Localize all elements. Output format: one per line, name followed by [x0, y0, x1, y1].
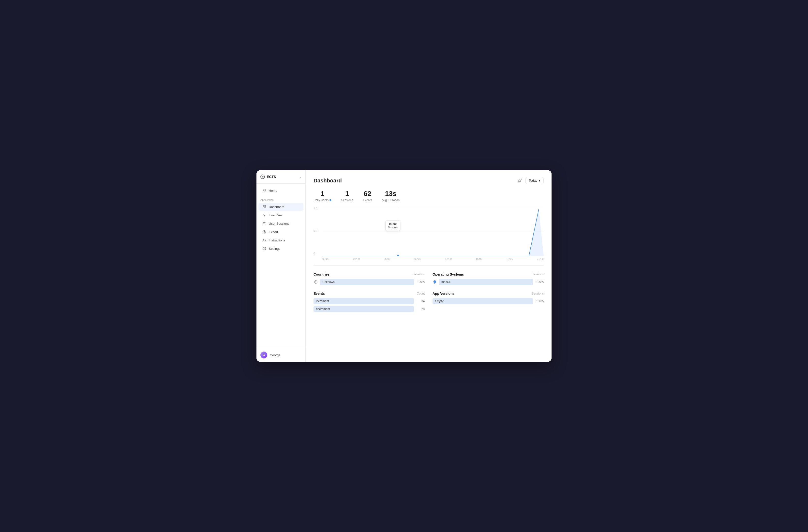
rocket-icon[interactable] — [516, 177, 523, 184]
sidebar-item-export[interactable]: Export — [258, 228, 304, 236]
date-filter[interactable]: Today ▾ — [526, 177, 544, 184]
sidebar-item-settings[interactable]: Settings — [258, 245, 304, 253]
countries-bar-0: Unknown — [320, 279, 414, 285]
sidebar-item-live-view[interactable]: Live View — [258, 211, 304, 219]
sidebar-item-dashboard[interactable]: Dashboard — [258, 203, 304, 211]
countries-title: Countries — [313, 272, 330, 276]
os-header: Operating Systems Sessions — [433, 272, 544, 276]
sidebar-item-settings-label: Settings — [269, 247, 280, 251]
unknown-country-icon — [313, 280, 318, 284]
sidebar-footer: G George — [256, 348, 306, 362]
countries-row-0: Unknown 100% — [313, 279, 425, 285]
stat-sessions-value: 1 — [345, 190, 349, 198]
bottom-sections: Countries Sessions Unknown 100% — [313, 272, 544, 314]
home-label: Home — [269, 189, 277, 192]
page-title: Dashboard — [313, 178, 342, 184]
x-label-7: 21:00 — [537, 257, 544, 260]
logo-icon: ⚙ — [260, 175, 265, 179]
os-col-label: Sessions — [532, 273, 544, 276]
events-row-0: increment 34 — [313, 298, 425, 304]
chevron-down-icon[interactable]: ⌄ — [299, 175, 301, 179]
stat-sessions: 1 Sessions — [341, 190, 353, 202]
os-value-0: 100% — [535, 280, 544, 284]
sidebar-header: ⚙ ECTS ⌄ — [256, 170, 306, 184]
countries-header: Countries Sessions — [313, 272, 425, 276]
events-col-label: Count — [417, 292, 425, 295]
stat-events: 62 Events — [363, 190, 372, 202]
events-bar-label-0: increment — [316, 299, 329, 303]
stat-avg-duration: 13s Avg. Duration — [382, 190, 400, 202]
app-window: ⚙ ECTS ⌄ Home Application — [256, 170, 552, 362]
page-header: Dashboard Today ▾ — [313, 177, 544, 184]
svg-rect-3 — [264, 191, 265, 192]
sidebar: ⚙ ECTS ⌄ Home Application — [256, 170, 306, 362]
events-section: Events Count increment 34 decrement 28 — [313, 292, 425, 314]
sidebar-nav: Home Application Dashboard — [256, 184, 306, 348]
svg-rect-4 — [263, 205, 264, 206]
app-versions-row-0: Empty 100% — [433, 298, 544, 304]
svg-rect-7 — [264, 207, 265, 208]
sidebar-item-user-sessions[interactable]: User Sessions — [258, 220, 304, 227]
home-icon — [262, 188, 266, 192]
svg-point-11 — [264, 248, 265, 249]
app-versions-title: App Versions — [433, 292, 454, 295]
y-label-1: 1.0 — [313, 207, 320, 210]
stat-daily-users-label: Daily Users — [313, 198, 331, 202]
sidebar-item-instructions[interactable]: Instructions — [258, 236, 304, 244]
sidebar-item-export-label: Export — [269, 230, 278, 234]
y-label-3: 0 — [313, 252, 320, 255]
sidebar-section-label: Application — [256, 196, 306, 203]
x-label-4: 12:00 — [445, 257, 452, 260]
stats-row: 1 Daily Users 1 Sessions 62 Events 13s A… — [313, 190, 544, 202]
stat-events-label: Events — [363, 198, 372, 202]
y-label-2: 0.5 — [313, 230, 320, 232]
svg-rect-2 — [263, 191, 264, 192]
sidebar-item-home[interactable]: Home — [258, 187, 304, 195]
svg-rect-5 — [264, 205, 265, 206]
os-bar-label-0: macOS — [441, 280, 451, 284]
os-bar-0: macOS — [439, 279, 533, 285]
events-value-0: 34 — [416, 299, 425, 303]
sidebar-item-live-view-label: Live View — [269, 214, 282, 217]
x-label-2: 06:00 — [384, 257, 390, 260]
stat-daily-users-value: 1 — [320, 190, 324, 198]
chart-svg — [323, 207, 544, 256]
app-versions-value-0: 100% — [535, 299, 544, 303]
chart-area: 08:00 0 users — [323, 207, 544, 256]
x-label-0: 00:00 — [323, 257, 329, 260]
app-name: ECTS — [267, 175, 276, 179]
x-label-6: 18:00 — [506, 257, 513, 260]
countries-col-label: Sessions — [412, 273, 425, 276]
user-sessions-icon — [262, 221, 266, 225]
x-label-3: 09:00 — [414, 257, 421, 260]
x-label-5: 15:00 — [476, 257, 482, 260]
countries-value-0: 100% — [416, 280, 425, 284]
live-view-icon — [262, 213, 266, 217]
svg-point-16 — [397, 255, 399, 256]
countries-bar-label-0: Unknown — [323, 280, 335, 284]
os-title: Operating Systems — [433, 272, 464, 276]
events-bar-label-1: decrement — [316, 307, 330, 311]
events-bar-1: decrement — [313, 306, 414, 312]
main-content: Dashboard Today ▾ 1 — [306, 170, 552, 362]
date-filter-label: Today — [529, 179, 537, 182]
sidebar-item-user-sessions-label: User Sessions — [269, 222, 289, 225]
app-versions-col-label: Sessions — [532, 292, 544, 295]
countries-section: Countries Sessions Unknown 100% — [313, 272, 425, 287]
stat-sessions-label: Sessions — [341, 198, 353, 202]
app-logo: ⚙ ECTS — [260, 175, 276, 179]
sidebar-item-instructions-label: Instructions — [269, 238, 285, 242]
os-row-0: macOS 100% — [433, 279, 544, 285]
avatar: G — [260, 351, 267, 359]
chart-container: 1.0 0.5 0 — [313, 207, 544, 265]
events-title: Events — [313, 292, 325, 295]
stat-avg-duration-label: Avg. Duration — [382, 198, 400, 202]
svg-rect-0 — [263, 189, 264, 190]
x-label-1: 03:00 — [353, 257, 360, 260]
dashboard-icon — [262, 205, 266, 209]
svg-point-8 — [263, 222, 264, 223]
settings-icon — [262, 246, 266, 251]
svg-rect-1 — [264, 189, 265, 190]
events-value-1: 28 — [416, 307, 425, 311]
stat-daily-users: 1 Daily Users — [313, 190, 331, 202]
